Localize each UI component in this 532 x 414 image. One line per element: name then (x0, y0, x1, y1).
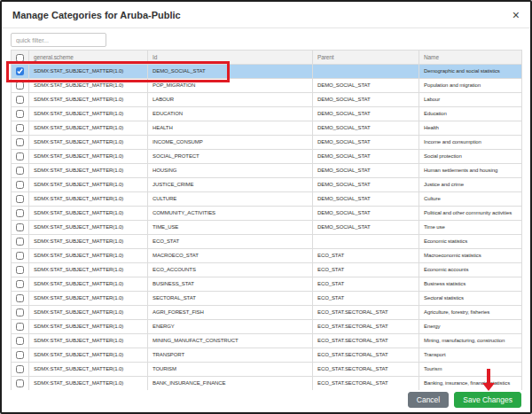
row-checkbox[interactable] (16, 365, 24, 373)
row-checkbox[interactable] (16, 323, 24, 331)
quick-filter-input[interactable] (11, 33, 106, 47)
column-header-parent[interactable]: Parent (313, 51, 419, 65)
table-row[interactable]: SDMX:STAT_SUBJECT_MATTER(1.0)JUSTICE_CRI… (12, 178, 522, 192)
close-icon[interactable]: × (512, 9, 520, 21)
cell-id: ENERGY (148, 320, 313, 334)
cell-id: HEALTH (148, 121, 313, 136)
row-checkbox-cell (12, 292, 29, 306)
cell-scheme: SDMX:STAT_SUBJECT_MATTER(1.0) (29, 320, 148, 334)
row-checkbox[interactable] (16, 280, 24, 288)
cell-name: Mining, manufacturing, construction (419, 334, 522, 348)
dialog-title: Manage Categories for Aruba-Public (12, 10, 181, 20)
cell-name: Social protection (419, 150, 522, 164)
row-checkbox[interactable] (16, 223, 24, 231)
table-row[interactable]: SDMX:STAT_SUBJECT_MATTER(1.0)SOCIAL_PROT… (12, 150, 522, 164)
cell-name: Energy (419, 320, 522, 334)
row-checkbox[interactable] (16, 309, 24, 316)
table-row[interactable]: SDMX:STAT_SUBJECT_MATTER(1.0)ENERGYECO_S… (12, 320, 522, 334)
row-checkbox-cell (12, 306, 29, 320)
row-checkbox-cell (12, 263, 29, 277)
cell-id: TOURISM (148, 363, 313, 377)
row-checkbox[interactable] (16, 337, 24, 345)
cell-id: BANK_INSURANCE_FINANCE (148, 377, 313, 391)
row-checkbox[interactable] (16, 67, 24, 75)
cell-id: EDUCATION (148, 107, 313, 121)
cell-parent: DEMO_SOCIAL_STAT (313, 207, 419, 221)
table-body: SDMX:STAT_SUBJECT_MATTER(1.0)DEMO_SOCIAL… (12, 65, 522, 391)
cell-parent: DEMO_SOCIAL_STAT (313, 178, 419, 192)
table-row[interactable]: SDMX:STAT_SUBJECT_MATTER(1.0)AGRI_FOREST… (12, 306, 522, 320)
table-row[interactable]: SDMX:STAT_SUBJECT_MATTER(1.0)HOUSINGDEMO… (12, 164, 522, 178)
column-header-general-scheme[interactable]: general.scheme (29, 51, 148, 65)
row-checkbox-cell (12, 150, 29, 164)
table-row[interactable]: SDMX:STAT_SUBJECT_MATTER(1.0)EDUCATIONDE… (12, 107, 522, 121)
table-row[interactable]: SDMX:STAT_SUBJECT_MATTER(1.0)SECTORAL_ST… (12, 292, 522, 306)
row-checkbox[interactable] (16, 195, 24, 203)
cancel-button[interactable]: Cancel (408, 392, 449, 408)
row-checkbox[interactable] (16, 167, 24, 175)
table-row[interactable]: SDMX:STAT_SUBJECT_MATTER(1.0)ECO_ACCOUNT… (12, 263, 522, 277)
cell-scheme: SDMX:STAT_SUBJECT_MATTER(1.0) (29, 136, 148, 150)
cell-scheme: SDMX:STAT_SUBJECT_MATTER(1.0) (29, 363, 148, 377)
table-row[interactable]: SDMX:STAT_SUBJECT_MATTER(1.0)BANK_INSURA… (12, 377, 522, 391)
cell-scheme: SDMX:STAT_SUBJECT_MATTER(1.0) (29, 306, 148, 320)
row-checkbox[interactable] (16, 209, 24, 217)
cell-name: Health (419, 121, 522, 136)
table-header-row: general.scheme Id Parent Name (12, 51, 522, 65)
row-checkbox[interactable] (16, 181, 24, 189)
cell-parent: ECO_STAT (313, 292, 419, 306)
cell-name: Sectoral statistics (419, 292, 522, 306)
cell-name: Demographic and social statistics (419, 65, 522, 79)
table-row[interactable]: SDMX:STAT_SUBJECT_MATTER(1.0)INCOME_CONS… (12, 136, 522, 150)
table-row[interactable]: SDMX:STAT_SUBJECT_MATTER(1.0)TRANSPORTEC… (12, 348, 522, 363)
table-row[interactable]: SDMX:STAT_SUBJECT_MATTER(1.0)CULTUREDEMO… (12, 192, 522, 207)
row-checkbox[interactable] (16, 152, 24, 160)
row-checkbox[interactable] (16, 294, 24, 302)
cell-parent: DEMO_SOCIAL_STAT (313, 221, 419, 235)
row-checkbox[interactable] (16, 252, 24, 260)
row-checkbox[interactable] (16, 238, 24, 246)
table-row[interactable]: SDMX:STAT_SUBJECT_MATTER(1.0)TIME_USEDEM… (12, 221, 522, 235)
row-checkbox-cell (12, 164, 29, 178)
table-row[interactable]: SDMX:STAT_SUBJECT_MATTER(1.0)TOURISMECO_… (12, 363, 522, 377)
cell-parent: DEMO_SOCIAL_STAT (313, 164, 419, 178)
row-checkbox-cell (12, 136, 29, 150)
table-row[interactable]: SDMX:STAT_SUBJECT_MATTER(1.0)DEMO_SOCIAL… (12, 65, 522, 79)
cell-id: DEMO_SOCIAL_STAT (148, 65, 313, 79)
cell-parent: ECO_STAT.SECTORAL_STAT (313, 377, 419, 391)
row-checkbox[interactable] (16, 82, 24, 90)
cell-id: BUSINESS_STAT (148, 277, 313, 292)
cell-id: JUSTICE_CRIME (148, 178, 313, 192)
save-changes-button[interactable]: Save Changes (454, 392, 521, 408)
cell-id: POP_MIGRATION (148, 79, 313, 93)
row-checkbox[interactable] (16, 110, 24, 118)
cell-parent: ECO_STAT.SECTORAL_STAT (313, 320, 419, 334)
table-row[interactable]: SDMX:STAT_SUBJECT_MATTER(1.0)LABOURDEMO_… (12, 93, 522, 107)
cell-name: Time use (419, 221, 522, 235)
row-checkbox[interactable] (16, 266, 24, 274)
row-checkbox[interactable] (16, 351, 24, 359)
table-row[interactable]: SDMX:STAT_SUBJECT_MATTER(1.0)COMMUNITY_A… (12, 207, 522, 221)
cell-id: HOUSING (148, 164, 313, 178)
row-checkbox[interactable] (16, 124, 24, 132)
row-checkbox[interactable] (16, 138, 24, 146)
table-row[interactable]: SDMX:STAT_SUBJECT_MATTER(1.0)POP_MIGRATI… (12, 79, 522, 93)
cell-name: Macroeconomic statistics (419, 249, 522, 263)
row-checkbox[interactable] (16, 96, 24, 104)
cell-parent: DEMO_SOCIAL_STAT (313, 136, 419, 150)
select-all-header-cell (12, 51, 29, 65)
cell-scheme: SDMX:STAT_SUBJECT_MATTER(1.0) (29, 207, 148, 221)
cell-parent (313, 65, 419, 79)
table-row[interactable]: SDMX:STAT_SUBJECT_MATTER(1.0)HEALTHDEMO_… (12, 121, 522, 136)
row-checkbox-cell (12, 121, 29, 136)
table-row[interactable]: SDMX:STAT_SUBJECT_MATTER(1.0)MINING_MANU… (12, 334, 522, 348)
cell-id: LABOUR (148, 93, 313, 107)
cell-id: SOCIAL_PROTECT (148, 150, 313, 164)
table-row[interactable]: SDMX:STAT_SUBJECT_MATTER(1.0)BUSINESS_ST… (12, 277, 522, 292)
select-all-checkbox[interactable] (16, 54, 24, 62)
column-header-name[interactable]: Name (419, 51, 522, 65)
table-row[interactable]: SDMX:STAT_SUBJECT_MATTER(1.0)ECO_STATEco… (12, 235, 522, 249)
table-row[interactable]: SDMX:STAT_SUBJECT_MATTER(1.0)MACROECO_ST… (12, 249, 522, 263)
row-checkbox[interactable] (16, 379, 24, 387)
column-header-id[interactable]: Id (148, 51, 313, 65)
